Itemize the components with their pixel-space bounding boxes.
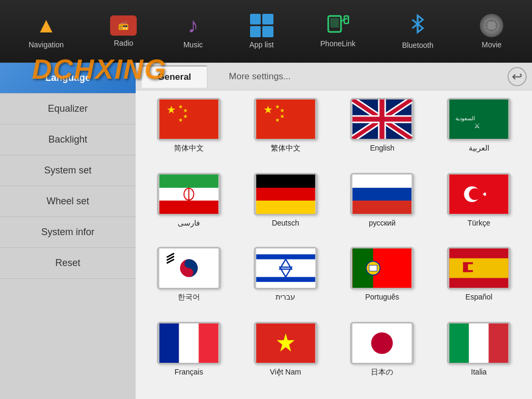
svg-point-8 [490, 24, 493, 27]
svg-text:★: ★ [167, 104, 176, 115]
lang-item-de[interactable]: Deutsch [240, 173, 331, 242]
sidebar-item-wheelset[interactable]: Wheel set [0, 186, 136, 217]
content-pane: General More settings... ↩ ★ ★ ★ ★ ★ [136, 63, 532, 399]
nav-item-navigation[interactable]: ▲ Navigation [29, 13, 64, 49]
svg-rect-42 [256, 174, 315, 188]
sidebar-item-systeminfor[interactable]: System infor [0, 217, 136, 248]
applist-icon [250, 14, 273, 37]
main-area: Language Equalizer Backlight System set … [0, 63, 532, 399]
navigation-icon: ▲ [36, 13, 57, 37]
svg-rect-66 [369, 265, 377, 271]
lang-item-fa[interactable]: فارسی [143, 173, 235, 242]
svg-text:السعودية: السعودية [455, 115, 475, 122]
svg-text:★: ★ [183, 113, 188, 119]
nav-label-radio: Radio [114, 39, 134, 47]
svg-rect-44 [256, 201, 315, 214]
flag-italy [447, 322, 511, 364]
sidebar: Language Equalizer Backlight System set … [0, 63, 136, 399]
music-icon: ♪ [188, 13, 198, 37]
svg-rect-47 [353, 201, 412, 214]
svg-rect-1 [330, 18, 339, 28]
svg-rect-68 [450, 259, 509, 278]
nav-label-music: Music [184, 40, 203, 49]
nav-item-bluetooth[interactable]: Bluetooth [402, 13, 434, 49]
sidebar-item-systemset[interactable]: System set [0, 155, 136, 186]
lang-label-vi: Việt Nam [270, 368, 301, 376]
svg-point-78 [371, 332, 393, 354]
svg-text:★: ★ [178, 117, 183, 123]
lang-item-tr[interactable]: Türkçe [433, 173, 525, 242]
lang-item-es[interactable]: Español [433, 247, 525, 317]
lang-label-fa: فارسی [178, 219, 200, 227]
nav-item-music[interactable]: ♪ Music [184, 13, 203, 49]
lang-item-he[interactable]: עברית [240, 247, 331, 317]
language-grid: ★ ★ ★ ★ ★ 简体中文 ★ ★ ★ ★ [136, 90, 532, 399]
sidebar-item-reset[interactable]: Reset [0, 248, 136, 279]
sidebar-item-equalizer[interactable]: Equalizer [0, 94, 136, 124]
lang-label-ko: 한국어 [178, 293, 200, 302]
flag-germany [254, 173, 318, 215]
back-button[interactable]: ↩ [508, 67, 527, 86]
flag-vietnam [254, 322, 318, 364]
nav-item-radio[interactable]: 📻 Radio [110, 15, 137, 47]
flag-iran [157, 173, 221, 215]
lang-label-ja: 日本の [371, 368, 393, 377]
flag-china-simplified: ★ ★ ★ ★ ★ [157, 98, 221, 140]
svg-rect-79 [450, 323, 469, 363]
lang-label-fr: Français [174, 368, 203, 376]
radio-icon: 📻 [110, 15, 137, 36]
lang-label-zh-tw: 繁体中文 [271, 144, 301, 153]
lang-item-zh-tw[interactable]: ★ ★ ★ ★ ★ 繁体中文 [240, 98, 331, 168]
svg-rect-72 [159, 323, 179, 363]
flag-israel [254, 247, 318, 289]
svg-rect-33 [380, 99, 385, 139]
nav-item-applist[interactable]: App list [250, 14, 274, 49]
lang-item-ar[interactable]: السعودية ⚔ العربية [433, 98, 525, 168]
lang-item-en[interactable]: English [337, 98, 428, 168]
nav-label-bluetooth: Bluetooth [402, 41, 434, 49]
svg-text:★: ★ [280, 107, 285, 113]
nav-item-phonelink[interactable]: PhoneLink [320, 15, 355, 48]
lang-label-he: עברית [276, 293, 295, 301]
tab-bar: General More settings... ↩ [136, 63, 532, 90]
svg-point-50 [469, 188, 481, 200]
lang-item-ko[interactable]: 한국어 [143, 247, 235, 317]
svg-rect-45 [353, 174, 412, 188]
lang-item-ja[interactable]: 日本の [337, 322, 428, 392]
tab-more-settings[interactable]: More settings... [213, 66, 306, 87]
lang-item-ru[interactable]: русский [337, 173, 428, 242]
svg-text:★: ★ [275, 104, 279, 110]
lang-item-zh-cn[interactable]: ★ ★ ★ ★ ★ 简体中文 [143, 98, 235, 168]
svg-rect-39 [159, 201, 218, 214]
nav-label-navigation: Navigation [29, 40, 64, 49]
nav-item-movie[interactable]: Movie [480, 14, 503, 49]
flag-china-traditional: ★ ★ ★ ★ ★ [254, 98, 318, 140]
lang-label-it: Italia [471, 368, 487, 376]
lang-label-tr: Türkçe [468, 219, 491, 227]
svg-rect-81 [489, 323, 509, 363]
nav-label-phonelink: PhoneLink [320, 39, 355, 48]
svg-rect-46 [353, 188, 412, 201]
svg-text:⚔: ⚔ [474, 122, 480, 130]
nav-label-applist: App list [250, 40, 274, 49]
flag-saudi: السعودية ⚔ [447, 98, 511, 140]
svg-text:★: ★ [183, 107, 188, 113]
lang-item-pt[interactable]: Português [337, 247, 428, 317]
svg-text:★: ★ [280, 113, 285, 119]
phonelink-icon [326, 15, 350, 36]
svg-rect-3 [344, 16, 348, 23]
svg-rect-71 [463, 270, 473, 272]
lang-item-it[interactable]: Italia [433, 322, 525, 392]
lang-item-vi[interactable]: Việt Nam [240, 322, 331, 392]
sidebar-item-backlight[interactable]: Backlight [0, 124, 136, 155]
svg-rect-74 [198, 323, 218, 363]
bluetooth-icon [408, 13, 427, 38]
lang-item-fr[interactable]: Français [143, 322, 235, 392]
flag-spain [447, 247, 511, 289]
nav-label-movie: Movie [482, 40, 502, 49]
lang-label-pt: Português [365, 293, 399, 301]
flag-portugal [350, 247, 414, 289]
flag-france [157, 322, 221, 364]
watermark: DCHXING [32, 53, 167, 85]
lang-label-de: Deutsch [272, 219, 299, 227]
